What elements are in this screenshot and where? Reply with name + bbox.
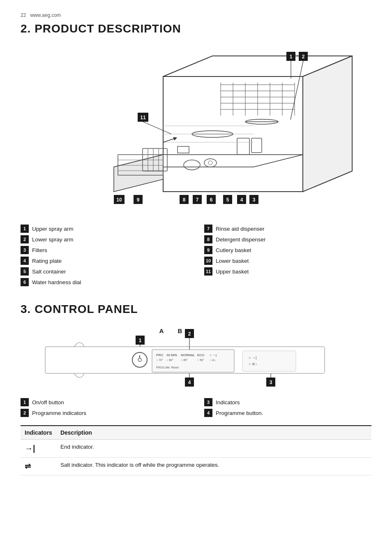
part-item-9: 9 Cutlery basket [204, 246, 371, 254]
svg-text:○ 70°: ○ 70° [156, 359, 163, 361]
part-label-6: Water hardness dial [32, 279, 81, 285]
part-item-10: 10 Lower basket [204, 257, 371, 265]
part-label-7: Rinse aid dispenser [216, 226, 265, 232]
description-col-header: Description [56, 426, 371, 440]
control-panel-svg: PRO ○ 70° 30 MIN ○ 60° NORMAL ○ 65° ECO … [21, 324, 349, 388]
part-label-11: Upper basket [216, 269, 249, 275]
svg-text:30 MIN: 30 MIN [166, 353, 177, 357]
svg-text:PROG   AM.  Reset: PROG AM. Reset [156, 366, 179, 369]
part-label-2: Lower spray arm [32, 236, 74, 243]
svg-text:○ →|: ○ →| [210, 353, 217, 357]
part-item-2: 2 Lower spray arm [21, 235, 188, 243]
part-item-3: 3 Filters [21, 246, 188, 254]
svg-text:5: 5 [226, 197, 229, 203]
salt-indicator-symbol: ⇌ [21, 458, 56, 475]
salt-indicator-description: Salt indicator. This indicator is off wh… [56, 458, 371, 475]
indicators-col-header: Indicators [21, 426, 56, 440]
part-badge-6: 6 [21, 278, 29, 286]
section3: 3. CONTROL PANEL PRO ○ 70° 30 MIN ○ 60° … [21, 303, 371, 475]
control-panel-diagram: PRO ○ 70° 30 MIN ○ 60° NORMAL ○ 65° ECO … [21, 324, 371, 390]
section2: 2. PRODUCT DESCRIPTION [21, 22, 371, 286]
svg-text:1: 1 [290, 54, 293, 60]
diagram-svg: 1 2 11 10 9 8 7 6 5 [21, 44, 371, 216]
cp-badge-2: 2 [21, 409, 29, 417]
cp-label-3: 3 Indicators [204, 398, 371, 406]
cp-label-1: 1 On/off button [21, 398, 188, 406]
cp-label-4: 4 Programme button. [204, 409, 371, 417]
part-badge-3: 3 [21, 246, 29, 254]
part-item-5: 5 Salt container [21, 267, 188, 276]
svg-text:7: 7 [196, 197, 199, 203]
section2-title: 2. PRODUCT DESCRIPTION [21, 22, 371, 35]
svg-text:○ 60°: ○ 60° [166, 359, 173, 361]
svg-text:○ ⊘↓: ○ ⊘↓ [249, 362, 257, 366]
cp-label-text-2: Programme indicators [32, 410, 86, 416]
parts-list: 1 Upper spray arm 7 Rinse aid dispenser … [21, 225, 371, 286]
svg-text:ECO: ECO [197, 353, 204, 357]
part-label-8: Detergent dispenser [216, 236, 266, 243]
svg-text:○ →|: ○ →| [249, 356, 256, 360]
cp-badge-3: 3 [204, 398, 212, 406]
svg-text:3: 3 [253, 197, 256, 203]
end-indicator-symbol: →| [21, 440, 56, 458]
cp-label-text-3: Indicators [216, 399, 240, 405]
svg-text:6: 6 [210, 197, 213, 203]
svg-text:PRO: PRO [156, 353, 163, 357]
cp-label-text-1: On/off button [32, 399, 64, 405]
cp-badge-4: 4 [204, 409, 212, 417]
svg-text:4: 4 [188, 380, 191, 385]
part-label-5: Salt container [32, 269, 66, 275]
svg-text:○ 65°: ○ 65° [181, 359, 188, 361]
part-item-8: 8 Detergent dispenser [204, 235, 371, 243]
svg-text:A: A [159, 327, 164, 334]
svg-text:2: 2 [188, 331, 191, 337]
svg-rect-80 [242, 351, 296, 371]
part-badge-11: 11 [204, 267, 212, 276]
svg-text:2: 2 [302, 54, 305, 60]
part-item-11: 11 Upper basket [204, 267, 371, 276]
svg-text:1: 1 [139, 338, 142, 343]
svg-text:○ 50°: ○ 50° [197, 359, 204, 361]
part-label-4: Rating plate [32, 258, 62, 264]
part-label-10: Lower basket [216, 258, 249, 264]
product-diagram: 1 2 11 10 9 8 7 6 5 [21, 44, 371, 216]
svg-text:10: 10 [116, 197, 122, 203]
end-indicator-description: End indicator. [56, 440, 371, 458]
svg-point-65 [132, 352, 147, 367]
part-badge-9: 9 [204, 246, 212, 254]
indicator-row-salt: ⇌ Salt indicator. This indicator is off … [21, 458, 371, 475]
part-label-3: Filters [32, 247, 47, 253]
svg-text:9: 9 [137, 197, 140, 203]
indicators-table: Indicators Description →| End indicator.… [21, 425, 371, 475]
part-label-1: Upper spray arm [32, 226, 74, 232]
part-badge-8: 8 [204, 235, 212, 243]
part-item-7: 7 Rinse aid dispenser [204, 225, 371, 233]
part-label-9: Cutlery basket [216, 247, 251, 253]
page-header: 22 www.aeg.com [21, 12, 371, 18]
svg-text:4: 4 [240, 197, 243, 203]
part-badge-1: 1 [21, 225, 29, 233]
part-badge-2: 2 [21, 235, 29, 243]
part-item-1: 1 Upper spray arm [21, 225, 188, 233]
cp-labels: 1 On/off button 3 Indicators 2 Programme… [21, 398, 371, 417]
part-badge-5: 5 [21, 267, 29, 276]
part-item-6: 6 Water hardness dial [21, 278, 188, 286]
indicator-row-end: →| End indicator. [21, 440, 371, 458]
part-badge-7: 7 [204, 225, 212, 233]
svg-text:11: 11 [140, 115, 146, 120]
svg-text:○ ⊘↓: ○ ⊘↓ [210, 359, 216, 361]
svg-text:3: 3 [270, 380, 272, 385]
part-badge-10: 10 [204, 257, 212, 265]
website: www.aeg.com [30, 12, 61, 18]
svg-text:NORMAL: NORMAL [181, 353, 195, 357]
cp-label-2: 2 Programme indicators [21, 409, 188, 417]
part-badge-4: 4 [21, 257, 29, 265]
cp-label-text-4: Programme button. [216, 410, 263, 416]
svg-marker-2 [303, 56, 352, 192]
cp-badge-1: 1 [21, 398, 29, 406]
page-number: 22 [21, 12, 26, 18]
section3-title: 3. CONTROL PANEL [21, 303, 371, 316]
svg-text:8: 8 [183, 197, 186, 203]
part-item-4: 4 Rating plate [21, 257, 188, 265]
svg-marker-4 [114, 155, 163, 192]
